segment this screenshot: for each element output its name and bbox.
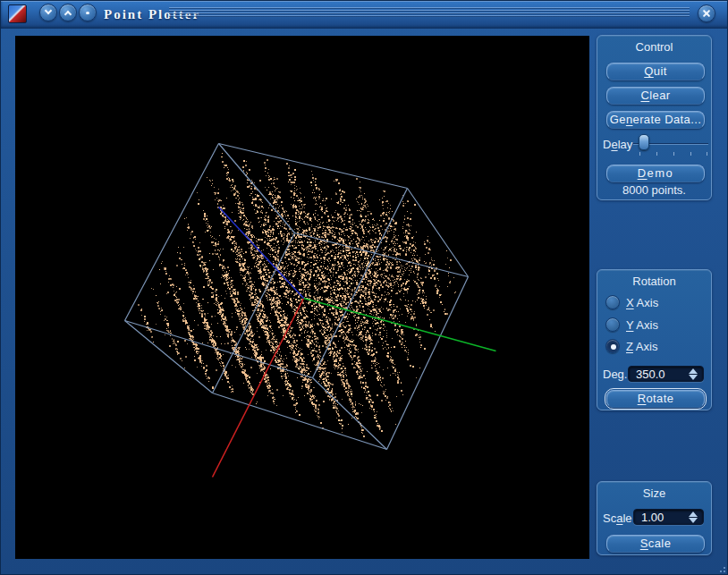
scale-button[interactable]: Scale: [606, 535, 705, 553]
unshade-button[interactable]: [59, 4, 77, 21]
slider-tick: [656, 152, 657, 156]
degrees-spinbox[interactable]: 350.0: [628, 366, 704, 382]
shade-button[interactable]: [39, 4, 57, 21]
z-axis-radio[interactable]: Z Axis: [605, 339, 677, 353]
quit-button[interactable]: Quit: [606, 63, 705, 80]
degrees-label: Deg.: [603, 368, 627, 381]
scale-spinbox[interactable]: 1.00: [633, 509, 704, 525]
generate-data-button[interactable]: Generate Data...: [606, 111, 705, 129]
titlebar-ridges: [169, 7, 690, 17]
slider-tick: [639, 152, 640, 156]
plot-area[interactable]: [15, 36, 589, 559]
delay-slider-handle[interactable]: [639, 134, 649, 150]
radio-circle-icon: [605, 295, 620, 309]
radio-circle-icon: [605, 339, 620, 353]
slider-tick: [690, 152, 691, 156]
app-icon: [8, 4, 27, 23]
points-count-status: 8000 points.: [597, 183, 711, 197]
control-group: Control Quit Clear Generate Data... Dela…: [597, 35, 712, 200]
clear-button[interactable]: Clear: [606, 87, 705, 105]
rotation-group: Rotation X Axis Y Axis Z Axis Deg. 350.0…: [597, 269, 712, 410]
spinner-arrows-icon[interactable]: [688, 512, 698, 523]
dot-icon: [86, 12, 89, 14]
degrees-value: 350.0: [636, 368, 665, 381]
spinner-arrows-icon[interactable]: [688, 368, 698, 380]
slider-tick: [707, 152, 707, 156]
close-button[interactable]: [698, 4, 715, 22]
scale-label: Scale: [603, 512, 632, 525]
minimize-button[interactable]: [79, 4, 97, 21]
titlebar: Point Plotter: [1, 1, 728, 29]
rotation-group-title: Rotation: [597, 275, 711, 288]
resize-grip[interactable]: [717, 564, 725, 572]
x-axis-radio[interactable]: X Axis: [605, 295, 677, 309]
slider-tick: [673, 152, 674, 156]
plot-canvas[interactable]: [15, 36, 589, 559]
point-plotter-window: Point Plotter Control Quit Clear Generat…: [0, 0, 728, 575]
delay-label: Delay: [603, 138, 632, 151]
chevron-up-icon: [64, 11, 72, 18]
size-group: Size Scale 1.00 Scale: [597, 481, 712, 555]
rotate-button[interactable]: Rotate: [606, 390, 705, 408]
chevron-down-icon: [45, 7, 52, 14]
y-axis-radio[interactable]: Y Axis: [605, 317, 677, 332]
control-group-title: Control: [597, 40, 711, 54]
radio-circle-icon: [605, 317, 620, 332]
size-group-title: Size: [597, 486, 711, 500]
demo-button[interactable]: Demo: [606, 165, 705, 182]
scale-value: 1.00: [641, 511, 664, 524]
